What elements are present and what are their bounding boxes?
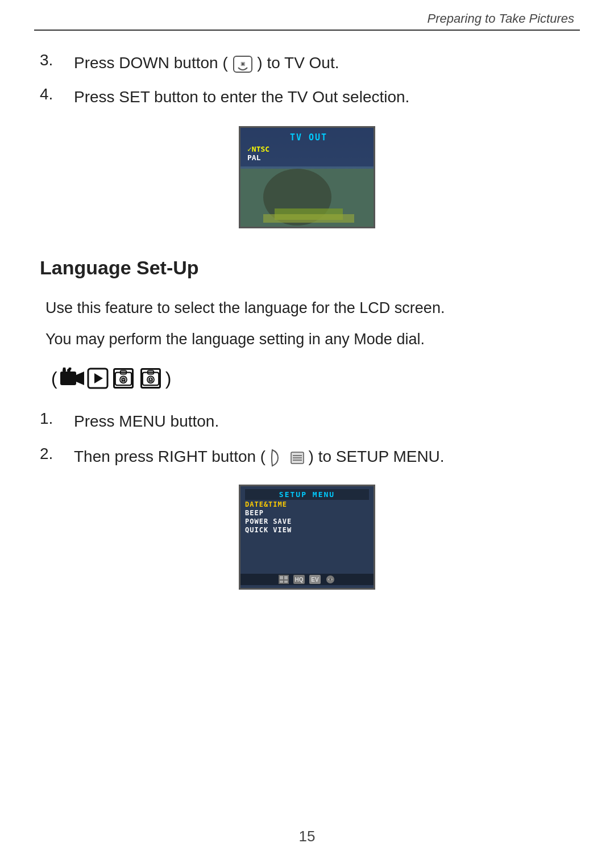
setup-item-powersave: POWER SAVE [245,518,369,525]
video-icon-svg [60,368,85,389]
svg-rect-33 [280,581,283,583]
lang-step-1: 1. Press MENU button. [40,410,574,433]
tv-out-pal: PAL [247,153,370,162]
playback-icon [87,368,109,389]
page-number: 15 [299,828,316,845]
step-4: 4. Press SET button to enter the TV Out … [40,85,574,109]
right-paren: ) [165,368,172,389]
svg-text:M: M [148,377,153,383]
play-icon-svg [87,368,109,389]
bottom-icon-4 [325,575,335,584]
right-button-icon [270,449,286,467]
step-4-text: Press SET button to enter the TV Out sel… [74,85,574,109]
lang-step-1-number: 1. [40,410,74,428]
svg-rect-5 [263,214,354,223]
tv-out-ntsc: ✓NTSC [247,145,370,153]
setup-menu-bottom-bar: HQ EV [240,574,374,585]
tv-out-screen: TV OUT ✓NTSC PAL [239,126,375,228]
tv-out-screen-container: TV OUT ✓NTSC PAL [40,126,574,228]
svg-text:A: A [121,377,125,383]
language-section-title: Language Set-Up [40,257,574,279]
setup-item-datetime: DATE&TIME [245,500,369,508]
svg-rect-32 [284,576,288,579]
svg-rect-6 [60,372,76,385]
steps-list-1: 3. Press DOWN button ( ▣ ) to TV Out. 4.… [40,51,574,109]
language-desc-1: Use this feature to select the language … [45,296,574,320]
camera-m-icon: M [140,368,161,389]
setup-menu-content: SETUP MENU DATE&TIME BEEP POWER SAVE QUI… [240,486,374,537]
step-3: 3. Press DOWN button ( ▣ ) to TV Out. [40,51,574,75]
lang-step-2-text: Then press RIGHT button ( ) to SETUP MEN… [74,445,574,469]
language-desc-2: You may perform the language setting in … [45,327,574,352]
setup-menu-title: SETUP MENU [245,489,369,500]
bottom-icon-3: EV [309,575,321,584]
bottom-icon-2: HQ [293,575,305,584]
top-rule [34,30,580,31]
mode-icons-row: ( [51,368,574,389]
lang-step-1-text: Press MENU button. [74,410,574,433]
camera-m-svg: M [142,368,159,389]
lang-step-2: 2. Then press RIGHT button ( ) to SETUP … [40,445,574,469]
setup-menu-screen: SETUP MENU DATE&TIME BEEP POWER SAVE QUI… [239,485,375,590]
setup-screen-container: SETUP MENU DATE&TIME BEEP POWER SAVE QUI… [40,485,574,590]
screen-bg [240,169,375,228]
left-paren: ( [51,368,57,389]
svg-text:HQ: HQ [295,577,304,583]
svg-marker-7 [76,372,84,385]
svg-text:EV: EV [311,577,319,583]
step-3-text: Press DOWN button ( ▣ ) to TV Out. [74,51,574,75]
down-button-icon: ▣ [233,55,253,73]
svg-rect-34 [284,581,288,583]
menu-small-icon [291,452,304,464]
tv-out-text-box: TV OUT ✓NTSC PAL [240,128,375,166]
camera-a-icon: A [113,368,134,389]
setup-item-beep: BEEP [245,509,369,517]
svg-point-40 [329,578,331,581]
video-camera-icon [60,368,85,389]
step-3-number: 3. [40,51,74,69]
camera-a-svg: A [115,368,132,389]
language-steps-list: 1. Press MENU button. 2. Then press RIGH… [40,410,574,469]
svg-marker-15 [94,373,103,383]
svg-rect-31 [280,576,283,579]
lang-step-2-number: 2. [40,445,74,463]
bottom-icon-1 [279,575,289,584]
step-4-number: 4. [40,85,74,103]
setup-item-quickview: QUICK VIEW [245,526,369,534]
svg-text:▣: ▣ [240,61,245,66]
breadcrumb: Preparing to Take Pictures [428,11,574,26]
tv-out-title: TV OUT [247,132,370,143]
